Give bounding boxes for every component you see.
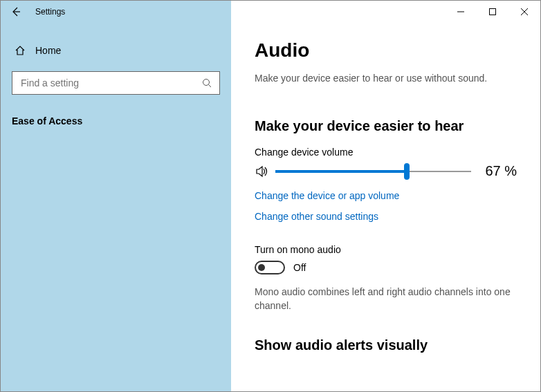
volume-value: 67 % [485, 163, 517, 179]
home-nav[interactable]: Home [15, 45, 220, 56]
mono-audio-help: Mono audio combines left and right audio… [255, 286, 517, 312]
main-content: Audio Make your device easier to hear or… [231, 23, 540, 391]
titlebar-spacer [65, 1, 445, 23]
maximize-icon [489, 8, 496, 15]
window-controls [445, 1, 540, 23]
titlebar: Settings [1, 1, 540, 23]
speaker-icon [255, 164, 270, 179]
volume-label: Change device volume [255, 147, 517, 158]
titlebar-left: Settings [1, 1, 65, 23]
home-label: Home [35, 45, 61, 56]
home-icon [15, 45, 26, 56]
svg-point-4 [203, 80, 210, 86]
maximize-button[interactable] [477, 1, 508, 23]
close-button[interactable] [508, 1, 540, 23]
back-arrow-icon [10, 6, 21, 17]
mono-audio-toggle[interactable] [255, 261, 285, 274]
sidebar: Home Ease of Access [1, 23, 231, 391]
app-title: Settings [35, 7, 65, 17]
search-box[interactable] [12, 71, 220, 95]
link-other-sound-settings[interactable]: Change other sound settings [255, 211, 517, 222]
volume-row: 67 % [255, 163, 517, 179]
search-icon [201, 77, 212, 88]
svg-line-5 [209, 85, 212, 88]
sidebar-section-label: Ease of Access [12, 115, 220, 127]
page-subtitle: Make your device easier to hear or use w… [255, 73, 517, 84]
volume-slider[interactable] [275, 165, 471, 178]
slider-track-fill [275, 170, 407, 173]
slider-thumb[interactable] [404, 163, 410, 180]
mono-audio-toggle-row: Off [255, 261, 517, 274]
mono-audio-label: Turn on mono audio [255, 244, 517, 255]
back-button[interactable] [6, 2, 26, 21]
section-hear-heading: Make your device easier to hear [255, 118, 517, 134]
settings-window: Settings [0, 0, 541, 392]
page-title: Audio [255, 39, 517, 62]
minimize-button[interactable] [445, 1, 477, 23]
section-alerts-heading: Show audio alerts visually [255, 337, 517, 353]
mono-audio-state: Off [293, 262, 306, 273]
svg-rect-1 [490, 9, 496, 15]
link-device-app-volume[interactable]: Change the device or app volume [255, 190, 517, 201]
body: Home Ease of Access Audio Make your devi… [1, 23, 540, 391]
minimize-icon [457, 8, 464, 15]
search-input[interactable] [19, 77, 201, 89]
close-icon [521, 8, 528, 15]
